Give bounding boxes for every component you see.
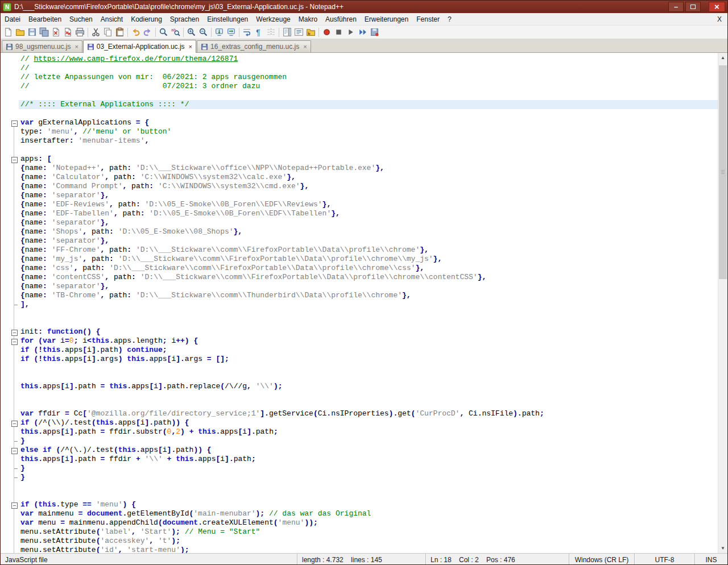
code-line[interactable]: {name: 'Calculator', path: 'C:\\WINDOWS\…	[1, 173, 718, 182]
menu-item-fenster[interactable]: Fenster	[412, 14, 444, 25]
code-line[interactable]	[1, 91, 718, 100]
menu-item-help[interactable]: ?	[444, 14, 456, 25]
code-line[interactable]	[1, 309, 718, 318]
code-line[interactable]: {name: 'separator'},	[1, 282, 718, 291]
play-macro-button[interactable]	[345, 26, 357, 38]
menu-item-makro[interactable]: Makro	[295, 14, 321, 25]
redo-button[interactable]	[142, 26, 154, 38]
menubar-x-button[interactable]: X	[712, 15, 727, 23]
code-line[interactable]	[1, 109, 718, 118]
code-line[interactable]: menu.setAttribute('label', 'Start'); // …	[1, 527, 718, 537]
code-line[interactable]: type: 'menu', //'menu' or 'button'	[1, 127, 718, 136]
code-line[interactable]: this.apps[i].path = this.apps[i].path.re…	[1, 382, 718, 391]
menu-item-erweiterungen[interactable]: Erweiterungen	[361, 14, 412, 25]
code-line[interactable]: }	[1, 464, 718, 473]
tab-close-icon[interactable]: ×	[75, 44, 78, 50]
menu-item-datei[interactable]: Datei	[1, 14, 24, 25]
fold-marker[interactable]	[10, 336, 19, 346]
fold-marker[interactable]	[10, 418, 19, 427]
code-line[interactable]: if (!this.apps[i].path) continue;	[1, 346, 718, 355]
code-line[interactable]	[1, 373, 718, 382]
save-macro-button[interactable]	[369, 26, 380, 38]
maximize-button[interactable]	[685, 2, 701, 12]
code-line[interactable]: {name: 'Notepad++', path: 'D:\\___Stickw…	[1, 164, 718, 173]
code-line[interactable]: if (/^(\\)/.test(this.apps[i].path)) {	[1, 418, 718, 427]
code-line[interactable]: {name: 'separator'},	[1, 191, 718, 200]
run-macro-multiple-button[interactable]	[357, 26, 369, 38]
code-line[interactable]: for (var i=0; i<this.apps.length; i++) {	[1, 336, 718, 346]
find-button[interactable]	[158, 26, 169, 38]
code-line[interactable]	[1, 482, 718, 491]
function-list-button[interactable]	[293, 26, 305, 38]
close-all-button[interactable]	[62, 26, 74, 38]
code-line[interactable]: this.apps[i].path = ffdir + '\\' + this.…	[1, 455, 718, 464]
tab-close-icon[interactable]: ×	[189, 44, 192, 50]
tab-close-icon[interactable]: ×	[303, 44, 307, 50]
code-line[interactable]: {name: 'TB-Chrome', path: 'D:\\___Stickw…	[1, 291, 718, 300]
code-line[interactable]	[1, 400, 718, 409]
new-file-button[interactable]	[2, 26, 14, 38]
scroll-down-arrow[interactable]: ▼	[718, 543, 727, 553]
code-line[interactable]: init: function() {	[1, 327, 718, 336]
code-line[interactable]: {name: 'EDF-Reviews', path: 'D:\\05_E-Sm…	[1, 200, 718, 209]
minimize-button[interactable]	[668, 2, 684, 12]
code-line[interactable]: {name: 'css', path: 'D:\\___Stickware\\c…	[1, 264, 718, 273]
code-line[interactable]	[1, 318, 718, 327]
menu-item-ansicht[interactable]: Ansicht	[97, 14, 127, 25]
code-line[interactable]: else if (/^(\.)/.test(this.apps[i].path)…	[1, 446, 718, 455]
close-file-button[interactable]	[50, 26, 62, 38]
code-line[interactable]: var gExternalApplications = {	[1, 118, 718, 127]
indent-guide-button[interactable]	[265, 26, 277, 38]
code-line[interactable]: this.apps[i].path = ffdir.substr(0,2) + …	[1, 427, 718, 437]
show-all-characters-button[interactable]: ¶	[253, 26, 265, 38]
stop-macro-button[interactable]	[333, 26, 345, 38]
close-button[interactable]	[709, 2, 725, 12]
fold-marker[interactable]	[10, 118, 19, 127]
document-map-button[interactable]	[281, 26, 293, 38]
code-line[interactable]: //* :::: External Applications :::: */	[1, 100, 718, 109]
vertical-scrollbar[interactable]: ▲ ▼	[718, 53, 727, 553]
code-line[interactable]: {name: 'my_js', path: 'D:\\___Stickware\…	[1, 255, 718, 264]
fold-marker[interactable]	[10, 155, 19, 164]
menu-item-ausf-hren[interactable]: Ausführen	[321, 14, 361, 25]
code-line[interactable]: {name: 'separator'},	[1, 236, 718, 246]
code-line[interactable]: menu.setAttribute('id', 'start-menu');	[1, 546, 718, 553]
tab-03-external-application-uc-js[interactable]: 03_External-Application.uc.js×	[83, 40, 196, 53]
code-line[interactable]: apps: [	[1, 155, 718, 164]
paste-button[interactable]	[114, 26, 126, 38]
undo-button[interactable]	[130, 26, 142, 38]
code-line[interactable]: // https://www.camp-firefox.de/forum/the…	[1, 55, 718, 64]
sync-horizontal-button[interactable]	[225, 26, 237, 38]
code-line[interactable]: {name: 'contentCSS', path: 'D:\\___Stick…	[1, 273, 718, 282]
code-line[interactable]: }	[1, 473, 718, 482]
fold-marker[interactable]	[10, 327, 19, 336]
menu-item-einstellungen[interactable]: Einstellungen	[203, 14, 252, 25]
code-line[interactable]: if (!this.apps[i].args) this.apps[i].arg…	[1, 355, 718, 364]
code-line[interactable]	[1, 364, 718, 373]
zoom-in-button[interactable]	[185, 26, 197, 38]
replace-button[interactable]: ab	[169, 26, 181, 38]
code-line[interactable]: insertafter: 'menubar-items',	[1, 136, 718, 146]
menu-item-suchen[interactable]: Suchen	[65, 14, 97, 25]
code-line[interactable]: {name: 'Shops', path: 'D:\\05_E-Smoke\\0…	[1, 227, 718, 236]
code-line[interactable]: }	[1, 437, 718, 446]
zoom-out-button[interactable]	[197, 26, 209, 38]
code-line[interactable]	[1, 491, 718, 500]
word-wrap-button[interactable]	[241, 26, 253, 38]
code-line[interactable]	[1, 391, 718, 400]
open-file-button[interactable]	[14, 26, 26, 38]
menu-item-sprachen[interactable]: Sprachen	[166, 14, 203, 25]
code-line[interactable]: ],	[1, 300, 718, 309]
code-line[interactable]: var menu = mainmenu.appendChild(document…	[1, 518, 718, 527]
code-line[interactable]: menu.setAttribute('accesskey', 't');	[1, 537, 718, 546]
fold-marker[interactable]	[10, 500, 19, 509]
code-line[interactable]: if (this.type == 'menu') {	[1, 500, 718, 509]
code-line[interactable]: // letzte Anpassungen von mir: 06/2021: …	[1, 73, 718, 82]
scroll-up-arrow[interactable]: ▲	[718, 53, 727, 63]
print-button[interactable]	[74, 26, 86, 38]
save-all-button[interactable]	[38, 26, 50, 38]
sync-vertical-button[interactable]	[213, 26, 225, 38]
code-line[interactable]: var mainmenu = document.getElementById('…	[1, 509, 718, 518]
code-line[interactable]: var ffdir = Cc['@mozilla.org/file/direct…	[1, 409, 718, 418]
folder-as-workspace-button[interactable]	[305, 26, 317, 38]
